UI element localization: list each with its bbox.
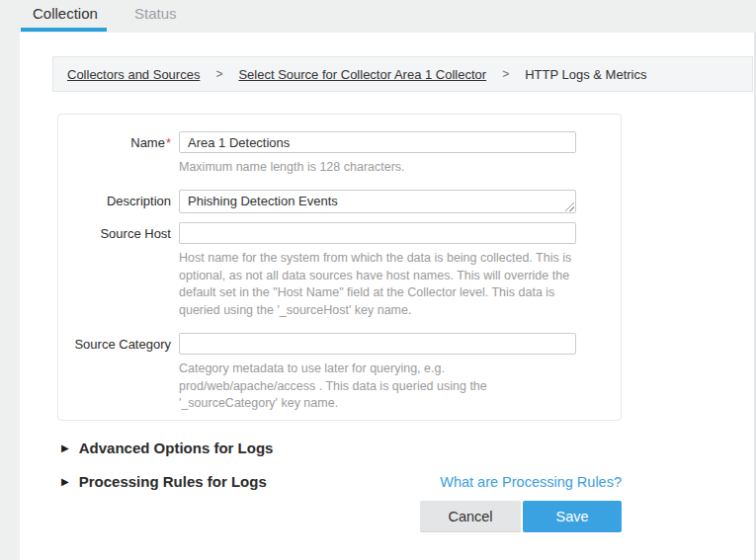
source-category-row: Source Category Category metadata to use… (58, 333, 621, 413)
tab-collection[interactable]: Collection (33, 5, 98, 22)
description-textarea[interactable]: Phishing Detection Events (179, 190, 576, 213)
source-category-input[interactable] (179, 333, 576, 355)
source-host-helper-text: Host name for the system from which the … (179, 250, 578, 320)
cancel-button[interactable]: Cancel (420, 501, 521, 532)
breadcrumb-separator: > (215, 67, 222, 81)
source-category-label: Source Category (58, 333, 171, 413)
expand-triangle-icon: ▶ (61, 443, 69, 453)
content-panel: Collectors and Sources > Select Source f… (20, 33, 756, 560)
name-row: Name* Maximum name length is 128 charact… (58, 131, 621, 190)
processing-rules-section: ▶ Processing Rules for Logs What are Pro… (61, 473, 622, 490)
processing-rules-title: Processing Rules for Logs (79, 473, 267, 490)
breadcrumb-separator: > (502, 67, 509, 81)
what-are-processing-rules-link[interactable]: What are Processing Rules? (440, 474, 622, 490)
action-buttons-row: Cancel Save (57, 501, 622, 532)
save-button[interactable]: Save (523, 501, 622, 532)
source-config-card: Name* Maximum name length is 128 charact… (57, 114, 622, 421)
textarea-resize-handle[interactable] (565, 202, 574, 211)
breadcrumb-select-source[interactable]: Select Source for Collector Area 1 Colle… (238, 67, 486, 82)
breadcrumb-collectors-and-sources[interactable]: Collectors and Sources (67, 67, 200, 82)
expand-triangle-icon: ▶ (61, 477, 69, 487)
description-row: Description Phishing Detection Events (58, 190, 621, 213)
description-label: Description (58, 190, 171, 213)
name-label: Name* (58, 131, 171, 190)
breadcrumb-current-page: HTTP Logs & Metrics (525, 67, 646, 82)
advanced-options-section: ▶ Advanced Options for Logs (61, 440, 622, 456)
processing-rules-toggle[interactable]: ▶ Processing Rules for Logs (61, 473, 267, 490)
tab-status[interactable]: Status (134, 5, 177, 22)
source-host-input[interactable] (179, 222, 576, 244)
required-asterisk: * (166, 135, 171, 150)
source-host-row: Source Host Host name for the system fro… (58, 222, 621, 333)
source-category-helper-text: Category metadata to use later for query… (179, 360, 578, 413)
source-host-label: Source Host (58, 222, 171, 333)
active-tab-underline (21, 28, 107, 32)
name-input[interactable] (179, 131, 576, 153)
tab-bar: Collection Status (0, 0, 756, 33)
name-helper-text: Maximum name length is 128 characters. (179, 159, 578, 177)
breadcrumb: Collectors and Sources > Select Source f… (52, 56, 753, 92)
advanced-options-title: Advanced Options for Logs (79, 440, 274, 456)
advanced-options-toggle[interactable]: ▶ Advanced Options for Logs (61, 440, 273, 456)
